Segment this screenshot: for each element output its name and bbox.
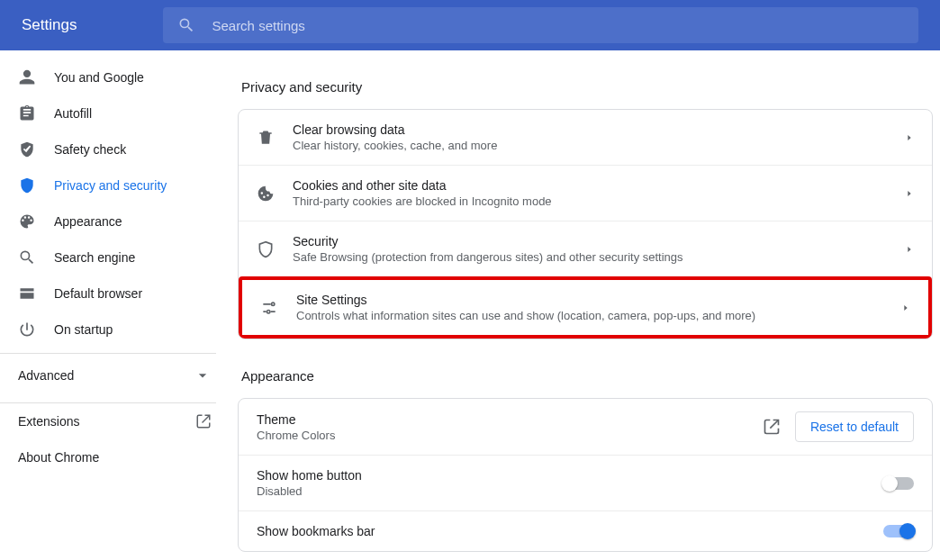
row-security[interactable]: Security Safe Browsing (protection from … [239,221,932,276]
row-subtitle: Clear history, cookies, cache, and more [293,139,894,152]
row-clear-browsing-data[interactable]: Clear browsing data Clear history, cooki… [239,110,932,165]
row-subtitle: Safe Browsing (protection from dangerous… [293,250,894,264]
person-icon [18,68,36,86]
row-title: Site Settings [296,293,890,307]
sidebar-advanced[interactable]: Advanced [0,354,230,397]
sidebar-extensions[interactable]: Extensions [0,403,230,439]
appearance-card: Theme Chrome Colors Reset to default Sho… [238,398,933,552]
sidebar-item-label: Privacy and security [54,178,167,193]
sidebar-item-privacy[interactable]: Privacy and security [0,167,230,203]
row-subtitle: Chrome Colors [257,429,763,442]
row-text: Cookies and other site data Third-party … [293,178,894,208]
shield-check-icon [18,140,36,158]
about-label: About Chrome [18,450,99,465]
row-text: Show home button Disabled [257,468,883,498]
row-title: Security [293,234,894,248]
chevron-right-icon [905,189,914,198]
content: Privacy and security Clear browsing data… [230,50,940,560]
clipboard-icon [18,104,36,122]
row-cookies[interactable]: Cookies and other site data Third-party … [239,165,932,221]
toggle-bookmarks-bar[interactable] [883,525,914,537]
chevron-right-icon [905,245,914,254]
row-show-bookmarks-bar[interactable]: Show bookmarks bar [239,510,932,551]
row-text: Show bookmarks bar [257,524,883,538]
sidebar-item-default-browser[interactable]: Default browser [0,275,230,312]
advanced-label: Advanced [18,368,74,383]
open-external-icon[interactable] [763,418,781,436]
sidebar-item-autofill[interactable]: Autofill [0,95,230,131]
row-title: Cookies and other site data [293,178,894,193]
chevron-right-icon [901,303,910,312]
row-show-home-button[interactable]: Show home button Disabled [239,455,932,510]
search-box[interactable] [163,7,918,43]
sidebar-item-label: Autofill [54,106,92,121]
palette-icon [18,212,36,230]
highlighted-row-wrapper: Site Settings Controls what information … [239,276,932,339]
section-title-privacy: Privacy and security [238,79,933,95]
sidebar-item-label: Appearance [54,214,122,229]
search-input[interactable] [210,17,904,34]
row-site-settings[interactable]: Site Settings Controls what information … [242,280,928,335]
row-title: Show bookmarks bar [257,524,883,538]
header: Settings [0,0,940,50]
power-icon [18,321,36,339]
row-text: Clear browsing data Clear history, cooki… [293,122,894,152]
privacy-card: Clear browsing data Clear history, cooki… [238,109,933,339]
reset-to-default-button[interactable]: Reset to default [795,411,914,442]
row-title: Show home button [257,468,883,483]
toggle-home-button[interactable] [883,477,914,490]
row-theme[interactable]: Theme Chrome Colors Reset to default [239,399,932,455]
page-title: Settings [14,16,84,34]
row-subtitle: Controls what information sites can use … [296,309,890,322]
sidebar-item-appearance[interactable]: Appearance [0,203,230,239]
row-text: Theme Chrome Colors [257,412,763,442]
cookie-icon [257,185,275,203]
open-external-icon [195,413,212,429]
sidebar-item-label: Search engine [54,250,135,265]
section-title-appearance: Appearance [238,368,933,384]
svg-point-1 [267,310,270,312]
trash-icon [257,129,275,147]
sidebar-item-on-startup[interactable]: On startup [0,312,230,348]
search-icon [177,16,195,34]
extensions-label: Extensions [18,414,79,429]
magnify-icon [18,248,36,266]
sidebar: You and Google Autofill Safety check Pri… [0,50,230,560]
browser-icon [18,285,36,303]
row-text: Site Settings Controls what information … [296,293,890,322]
shield-outline-icon [257,240,275,258]
row-subtitle: Third-party cookies are blocked in Incog… [293,194,894,208]
sidebar-item-search-engine[interactable]: Search engine [0,239,230,275]
svg-point-0 [272,303,275,305]
sliders-icon [260,299,278,317]
chevron-down-icon [194,366,212,384]
sidebar-about-chrome[interactable]: About Chrome [0,439,230,475]
row-text: Security Safe Browsing (protection from … [293,234,894,264]
sidebar-item-label: Default browser [54,286,142,301]
row-title: Theme [257,412,763,427]
sidebar-item-label: Safety check [54,142,126,157]
row-title: Clear browsing data [293,122,894,137]
chevron-right-icon [905,133,914,142]
sidebar-item-you-and-google[interactable]: You and Google [0,59,230,95]
sidebar-item-safety-check[interactable]: Safety check [0,131,230,167]
shield-icon [18,176,36,194]
row-subtitle: Disabled [257,484,883,498]
sidebar-item-label: On startup [54,322,113,337]
sidebar-item-label: You and Google [54,70,144,85]
